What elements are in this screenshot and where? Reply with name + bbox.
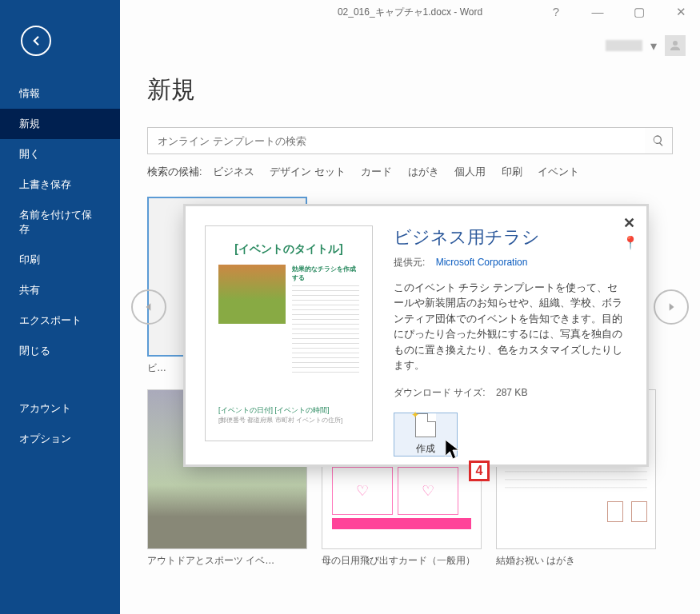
arrow-left-icon xyxy=(29,34,43,48)
suggest-tag[interactable]: はがき xyxy=(408,166,439,177)
template-title: ビジネス用チラシ xyxy=(394,225,627,249)
download-size: ダウンロード サイズ: 287 KB xyxy=(394,386,627,400)
preview-lines xyxy=(292,285,359,373)
template-description: このイベント チラシ テンプレートを使って、セールや新装開店のお知らせや、組織、… xyxy=(394,281,627,373)
window-controls: ? ― ▢ ✕ xyxy=(543,5,694,19)
suggest-tag[interactable]: 個人用 xyxy=(454,166,486,177)
suggest-tag[interactable]: 印刷 xyxy=(502,166,522,177)
new-document-icon: ✦ xyxy=(415,413,436,437)
preview-title: [イベントのタイトル] xyxy=(218,242,359,257)
help-button[interactable]: ? xyxy=(543,5,569,19)
create-button[interactable]: ✦ 作成 xyxy=(394,413,458,457)
search-suggestions: 検索の候補: ビジネス デザイン セット カード はがき 個人用 印刷 イベント xyxy=(147,165,673,179)
window-title: 02_016_キャプチャ1.docx - Word xyxy=(338,6,482,19)
preview-footer2: [郵便番号 都道府県 市町村 イベントの住所] xyxy=(218,416,359,425)
suggest-tag[interactable]: ビジネス xyxy=(213,166,254,177)
page-title: 新規 xyxy=(147,74,673,106)
template-caption: 母の日用飛び出すカード（一般用） xyxy=(322,554,482,568)
title-bar: 02_016_キャプチャ1.docx - Word ? ― ▢ ✕ xyxy=(120,0,700,24)
triangle-right-icon xyxy=(666,301,677,313)
sidebar-item-print[interactable]: 印刷 xyxy=(0,245,120,275)
gallery-prev-button[interactable] xyxy=(131,289,166,325)
download-value: 287 KB xyxy=(496,387,527,398)
user-caret[interactable]: ▾ xyxy=(650,38,657,54)
search-button[interactable] xyxy=(645,128,672,154)
sparkle-icon: ✦ xyxy=(411,409,419,421)
preview-text: 効果的なチラシを作成する xyxy=(292,265,359,373)
sidebar-item-share[interactable]: 共有 xyxy=(0,275,120,305)
suggest-label: 検索の候補: xyxy=(147,166,202,177)
user-area[interactable]: ▾ xyxy=(606,35,686,56)
sidebar-item-saveas[interactable]: 名前を付けて保存 xyxy=(0,200,120,245)
search-input[interactable] xyxy=(148,128,645,154)
sidebar-item-close[interactable]: 閉じる xyxy=(0,336,120,366)
user-name-blurred xyxy=(606,40,642,51)
close-window-button[interactable]: ✕ xyxy=(668,5,694,19)
back-button[interactable] xyxy=(21,26,51,56)
minimize-button[interactable]: ― xyxy=(585,5,610,19)
sidebar-item-options[interactable]: オプション xyxy=(0,424,120,454)
download-label: ダウンロード サイズ: xyxy=(394,387,486,398)
search-icon xyxy=(652,134,665,147)
provider-link[interactable]: Microsoft Corporation xyxy=(436,257,528,268)
template-caption: 結婚お祝い はがき xyxy=(496,554,656,568)
suggest-tag[interactable]: デザイン セット xyxy=(270,166,345,177)
triangle-left-icon xyxy=(143,301,154,313)
template-provider: 提供元: Microsoft Corporation xyxy=(394,256,627,269)
preview-subhead: 効果的なチラシを作成する xyxy=(292,265,359,282)
provider-label: 提供元: xyxy=(394,257,425,268)
person-icon xyxy=(668,38,682,53)
preview-footer1: [イベントの日付] [イベントの時間] xyxy=(218,405,359,416)
sidebar-item-new[interactable]: 新規 xyxy=(0,109,120,139)
sidebar-item-info[interactable]: 情報 xyxy=(0,78,120,109)
sidebar-item-export[interactable]: エクスポート xyxy=(0,305,120,336)
step-badge: 4 xyxy=(469,460,490,481)
preview-image xyxy=(218,265,286,324)
close-button[interactable]: ✕ xyxy=(623,214,635,232)
gallery-next-button[interactable] xyxy=(654,289,689,325)
maximize-button[interactable]: ▢ xyxy=(626,5,652,19)
template-detail-modal: ✕ 📍 [イベントのタイトル] 効果的なチラシを作成する [イベントの日付] [… xyxy=(186,206,646,464)
backstage-sidebar: 情報 新規 開く 上書き保存 名前を付けて保存 印刷 共有 エクスポート 閉じる… xyxy=(0,0,120,614)
avatar[interactable] xyxy=(665,35,686,56)
suggest-tag[interactable]: イベント xyxy=(538,166,579,177)
sidebar-item-save[interactable]: 上書き保存 xyxy=(0,169,120,200)
app-window: 情報 新規 開く 上書き保存 名前を付けて保存 印刷 共有 エクスポート 閉じる… xyxy=(0,0,700,614)
sidebar-spacer xyxy=(0,366,120,393)
suggest-tag[interactable]: カード xyxy=(361,166,392,177)
pin-icon[interactable]: 📍 xyxy=(622,235,634,246)
sidebar-item-account[interactable]: アカウント xyxy=(0,393,120,424)
template-meta: ビジネス用チラシ 提供元: Microsoft Corporation このイベ… xyxy=(394,225,627,445)
template-caption: アウトドアとスポーツ イベ… xyxy=(147,554,307,568)
template-preview: [イベントのタイトル] 効果的なチラシを作成する [イベントの日付] [イベント… xyxy=(205,225,373,441)
create-label: 作成 xyxy=(416,442,435,456)
template-search xyxy=(147,127,673,154)
sidebar-item-open[interactable]: 開く xyxy=(0,139,120,169)
